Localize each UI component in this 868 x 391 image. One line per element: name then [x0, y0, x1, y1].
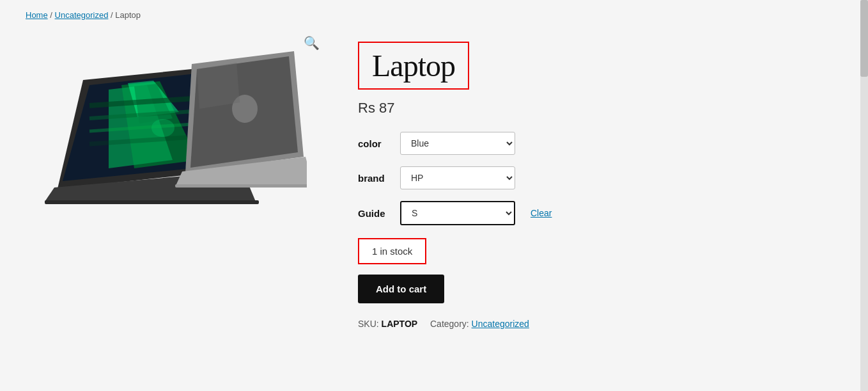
stock-badge: 1 in stock [358, 238, 426, 264]
zoom-icon[interactable]: 🔍 [304, 35, 320, 51]
brand-select[interactable]: HP Dell Lenovo Apple [400, 166, 515, 189]
color-label: color [358, 138, 390, 149]
product-attributes: color Blue Red Green Black White brand H… [358, 132, 842, 225]
clear-link[interactable]: Clear [531, 208, 552, 218]
guide-label: Guide [358, 208, 390, 219]
product-title-box: Laptop [358, 42, 469, 90]
breadcrumb-current: Laptop [115, 10, 141, 20]
guide-select[interactable]: S M L XL [400, 201, 515, 225]
add-to-cart-button[interactable]: Add to cart [358, 275, 444, 303]
svg-rect-19 [175, 184, 307, 188]
color-select[interactable]: Blue Red Green Black White [400, 132, 515, 155]
product-meta: SKU: LAPTOP Category: Uncategorized [358, 319, 842, 329]
product-title: Laptop [372, 48, 455, 83]
product-image-section: 🔍 [26, 35, 320, 211]
sku-value: LAPTOP [382, 319, 418, 329]
product-image [26, 35, 307, 208]
scrollbar[interactable] [860, 0, 868, 391]
brand-label: brand [358, 173, 390, 184]
color-row: color Blue Red Green Black White [358, 132, 842, 155]
breadcrumb: Home / Uncategorized / Laptop [26, 10, 842, 20]
breadcrumb-uncategorized[interactable]: Uncategorized [55, 10, 109, 20]
sku-label: SKU: [358, 319, 379, 329]
scrollbar-thumb[interactable] [860, 0, 868, 77]
breadcrumb-home[interactable]: Home [26, 10, 48, 20]
guide-row: Guide S M L XL Clear [358, 201, 842, 225]
category-label: Category: [430, 319, 469, 329]
svg-marker-17 [197, 63, 240, 109]
svg-point-11 [151, 119, 174, 137]
category-link[interactable]: Uncategorized [472, 319, 529, 329]
svg-rect-13 [45, 200, 259, 204]
brand-row: brand HP Dell Lenovo Apple [358, 166, 842, 189]
product-details: Laptop Rs 87 color Blue Red Green Black … [358, 35, 842, 329]
product-price: Rs 87 [358, 100, 842, 116]
